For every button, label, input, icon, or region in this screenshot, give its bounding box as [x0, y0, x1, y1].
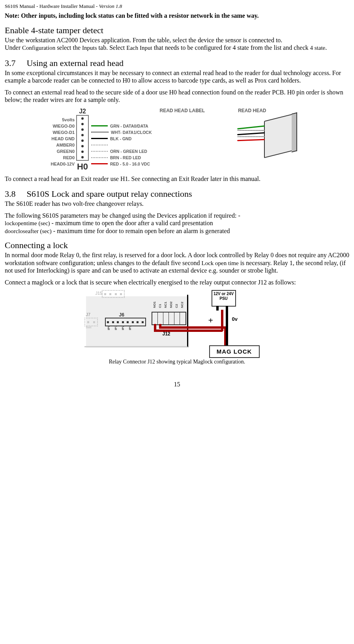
- version: Version 1.8: [99, 3, 122, 9]
- term-configuration: Configuration: [22, 45, 55, 51]
- j2-connector-icon: [76, 115, 89, 161]
- tamper-para: Use the workstation AC2000 Devices appli…: [5, 36, 349, 52]
- heading-connecting-lock: Connecting a lock: [5, 240, 349, 250]
- sec37-title: Using an external read head: [27, 58, 124, 68]
- term-doorcloseafter: doorcloseafter (sec): [5, 228, 52, 234]
- heading-3-8: 3.8S610S Lock and spare output relay con…: [5, 189, 349, 199]
- j12-c1: C1: [158, 304, 161, 308]
- wire-orn-label: ORN - GREEN LED: [110, 148, 147, 154]
- j12-connector-icon: [152, 312, 186, 325]
- plus-symbol: +: [208, 315, 214, 326]
- wire-red-label: RED - 5.0 - 16.0 VDC: [110, 161, 150, 167]
- j12-label: J12: [163, 331, 170, 337]
- pin-wiego-d1: WIEGO-D1: [51, 129, 75, 136]
- t-mid3: that needs to be configured for 4 state …: [152, 44, 310, 51]
- heading-tamper: Enable 4-state tamper detect: [5, 25, 349, 36]
- figure-maglock: J15 J7 Batt J6 IP0 IP1 IP2 IP3 NO1 C1 NC…: [84, 290, 270, 357]
- wire-grn-label: GRN - DATA0/DATA: [110, 123, 148, 129]
- sec37-p1: In some exceptional circumstances it may…: [5, 69, 349, 85]
- psu-lead-icon: [226, 306, 228, 311]
- j15-connector-icon: [102, 290, 125, 298]
- manual-name: S610S Manual - Hardware Installer Manual…: [5, 3, 99, 9]
- j6-ip3: IP3: [128, 326, 131, 330]
- wire-brn-label: BRN - RED LED: [110, 154, 141, 161]
- read-head-text: READ HEAD: [238, 108, 266, 113]
- j12-c2: C2: [174, 304, 178, 308]
- connlock-p2: Connect a maglock or a lock that is secu…: [5, 279, 349, 286]
- sec37-num: 3.7: [5, 58, 16, 68]
- read-head-icon: [248, 113, 303, 169]
- note-paragraph: Note: Other inputs, including lock statu…: [5, 12, 349, 20]
- wire-red-icon: [91, 163, 108, 164]
- page-number: 15: [5, 381, 349, 388]
- t-end: .: [325, 44, 327, 51]
- psu-lead-icon: [216, 306, 219, 311]
- j12-nc1: NC1: [163, 304, 167, 308]
- maglock-box: MAG LOCK: [209, 345, 260, 358]
- j7-label: J7: [86, 312, 91, 317]
- tamper-para-1: Use the workstation AC2000 Devices appli…: [5, 37, 282, 43]
- j2-label: J2: [76, 108, 89, 115]
- term-4state: 4 state: [310, 45, 326, 51]
- wire-blk-label: BLK - GND: [110, 136, 131, 142]
- wire-dot-icon: [91, 145, 108, 145]
- j6-connector-icon: [105, 318, 146, 326]
- read-head-label-text: READ HEAD LABEL: [159, 108, 205, 113]
- wire-green-icon: [91, 125, 108, 126]
- j6-pin-labels: IP0 IP1 IP2 IP3: [107, 326, 132, 330]
- t-mid2: tab. Select: [97, 44, 127, 51]
- wire-brown-icon: [91, 157, 108, 158]
- pin-green0: GREEN0: [51, 148, 75, 154]
- heading-3-7: 3.7Using an external read head: [5, 58, 349, 68]
- doorclose-desc: - maximum time for door to remain open b…: [52, 228, 230, 234]
- j12-nc2: NC2: [180, 304, 184, 308]
- sec38-p2: The following S610S parameters may be ch…: [5, 212, 349, 235]
- j6-ip2: IP2: [121, 326, 124, 330]
- j12-pin-labels: NO1 C1 NC1 NO2 C2 NC2: [152, 304, 184, 308]
- j6-ip1: IP1: [114, 326, 117, 330]
- batt-label: Batt: [86, 326, 92, 329]
- wire-red-icon: [159, 326, 184, 329]
- j12-no1: NO1: [152, 304, 156, 308]
- pin-head-gnd: HEAD GND: [51, 136, 75, 142]
- wire-white-icon: [91, 132, 109, 133]
- pin-wiego-d0: WIEGO-D0: [51, 123, 75, 129]
- figure-read-head: 5volts WIEGO-D0 WIEGO-D1 HEAD GND AMBER0…: [51, 108, 303, 172]
- wire-black-icon: [91, 138, 108, 139]
- pin-amber0: AMBER0: [51, 142, 75, 148]
- term-lock-open-time: Lock open time: [202, 260, 239, 266]
- wire-red-icon: [221, 310, 223, 331]
- wire-labels: GRN - DATA0/DATA WHT- DATA1/CLOCK BLK - …: [91, 117, 152, 167]
- wire-red-icon: [183, 326, 227, 329]
- pin-head0-12v: HEAD0-12V: [51, 161, 75, 167]
- connlock-p1: In normal door mode Relay 0, the first r…: [5, 251, 349, 275]
- sec37-p2: To connect an external read head to the …: [5, 89, 349, 104]
- zero-volt-label: 0v: [232, 316, 238, 322]
- sec38-p1: The S610E reader has two volt-free chang…: [5, 200, 349, 208]
- psu-box: 12V or 24V PSU: [212, 290, 236, 307]
- sec38-num: 3.8: [5, 189, 16, 199]
- wire-wht-label: WHT- DATA1/CLOCK: [111, 129, 152, 136]
- lockopen-desc: - maximum time to open the door after a …: [50, 220, 213, 226]
- j7-connector-icon: [84, 318, 98, 326]
- h0-pin-labels: 5volts WIEGO-D0 WIEGO-D1 HEAD GND AMBER0…: [51, 117, 75, 167]
- wire-red-icon: [154, 330, 184, 332]
- t-pre: Under: [5, 44, 22, 51]
- figure2-caption: Relay Connector J12 showing typical Magl…: [5, 359, 349, 365]
- term-lockopentime: lockopentime (sec): [5, 220, 50, 226]
- page-header: S610S Manual - Hardware Installer Manual…: [5, 3, 349, 9]
- wire-orange-icon: [91, 151, 108, 152]
- pin-5volts: 5volts: [51, 117, 75, 123]
- term-inputs: Inputs: [82, 45, 97, 51]
- sec38-title: S610S Lock and spare output relay connec…: [27, 189, 192, 199]
- pin-red0: RED0: [51, 154, 75, 161]
- j6-ip0: IP0: [107, 326, 110, 330]
- j6-label: J6: [119, 312, 124, 318]
- h0-label: H0: [76, 162, 89, 172]
- wire-black-icon: [226, 310, 228, 346]
- wire-red-icon: [183, 330, 223, 332]
- t-mid: select the: [55, 44, 82, 51]
- j12-no2: NO2: [169, 304, 172, 308]
- sec38-p2-pre: The following S610S parameters may be ch…: [5, 212, 240, 219]
- sec37-p3: To connect a read head for an Exit reade…: [5, 175, 349, 183]
